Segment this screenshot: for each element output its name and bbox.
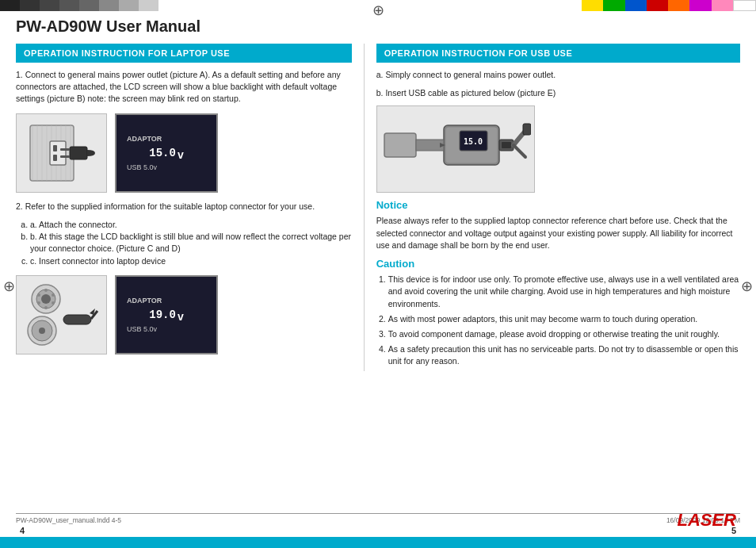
image-row-1: ADAPTOR 15.0 v USB 5.0v xyxy=(16,113,352,193)
power-plug-svg xyxy=(26,121,97,185)
lcd-usb-1: USB 5.0v xyxy=(127,163,157,171)
left-column: OPERATION INSTRUCTION FOR LAPTOP USE 1. … xyxy=(16,44,364,371)
step2-list: a. Attach the connector. b. At this stag… xyxy=(16,219,352,267)
usb-cable-image: 15.0 xyxy=(376,105,535,193)
color-swatch xyxy=(647,0,668,11)
logo-text: LASER xyxy=(677,510,736,531)
page-title: PW-AD90W User Manual xyxy=(16,17,740,36)
image-row-2: ADAPTOR 19.0 v USB 5.0v xyxy=(16,275,352,354)
svg-point-18 xyxy=(41,294,51,304)
lcd-usb-2: USB 5.0v xyxy=(127,325,157,333)
step2-intro: 2. Refer to the supplied information for… xyxy=(16,201,352,213)
color-swatch xyxy=(733,0,756,11)
lcd-display-2: ADAPTOR 19.0 v USB 5.0v xyxy=(115,275,218,354)
step1-text: 1. Connect to general mains power outlet… xyxy=(16,69,352,105)
svg-rect-28 xyxy=(63,315,91,324)
usb-step-b: b. Insert USB cable as pictured below (p… xyxy=(376,87,740,99)
color-swatch xyxy=(668,0,689,11)
footer: PW-AD90W_user_manual.Indd 4-5 16/09/2009… xyxy=(16,513,740,535)
caution-item-1: This device is for indoor use only. To p… xyxy=(388,274,740,310)
lcd-display-1: ADAPTOR 15.0 v USB 5.0v xyxy=(115,113,218,193)
svg-rect-15 xyxy=(60,155,70,158)
color-swatch xyxy=(99,0,119,11)
lcd-voltage-2: 19.0 xyxy=(149,305,176,325)
main-content: PW-AD90W User Manual OPERATION INSTRUCTI… xyxy=(16,14,740,534)
svg-point-21 xyxy=(52,301,55,305)
usb-cable-svg: 15.0 xyxy=(380,109,531,189)
connector-image xyxy=(16,275,107,354)
two-column-layout: OPERATION INSTRUCTION FOR LAPTOP USE 1. … xyxy=(16,44,740,371)
connector-svg xyxy=(22,279,101,351)
svg-point-19 xyxy=(44,289,48,292)
notice-text: Please always refer to the supplied lapt… xyxy=(376,215,740,251)
color-swatch xyxy=(20,0,40,11)
svg-rect-36 xyxy=(502,142,511,148)
right-color-block xyxy=(582,0,756,11)
left-color-block xyxy=(0,0,158,11)
svg-point-27 xyxy=(39,328,45,334)
caution-list: This device is for indoor use only. To p… xyxy=(376,274,740,368)
lcd-voltage-1: 15.0 xyxy=(149,143,176,163)
right-section-header: OPERATION INSTRUCTION FOR USB USE xyxy=(376,44,740,63)
color-swatch xyxy=(0,0,20,11)
color-swatch xyxy=(139,0,158,11)
step2a: a. Attach the connector. xyxy=(30,219,352,231)
svg-rect-39 xyxy=(416,140,444,151)
bottom-color-strip xyxy=(0,537,756,548)
right-column: OPERATION INSTRUCTION FOR USB USE a. Sim… xyxy=(364,44,740,371)
step2b: b. At this stage the LCD backlight is st… xyxy=(30,231,352,255)
power-plug-image xyxy=(16,113,107,193)
laser-logo: LASER xyxy=(677,510,736,531)
color-swatch xyxy=(79,0,99,11)
svg-point-24 xyxy=(37,293,40,297)
left-section-header: OPERATION INSTRUCTION FOR LAPTOP USE xyxy=(16,44,352,63)
svg-rect-13 xyxy=(70,147,87,159)
svg-rect-11 xyxy=(53,145,57,151)
svg-rect-38 xyxy=(384,133,416,157)
caution-item-4: As a safety precaution this unit has no … xyxy=(388,343,740,367)
color-swatch xyxy=(119,0,139,11)
color-swatch xyxy=(59,0,79,11)
color-swatch xyxy=(712,0,733,11)
svg-point-23 xyxy=(37,301,40,305)
svg-text:15.0: 15.0 xyxy=(464,137,483,146)
step2c: c. Insert connector into laptop device xyxy=(30,255,352,267)
lcd-adaptor-label-1: ADAPTOR xyxy=(127,135,162,143)
page-number-left: 4 xyxy=(20,526,25,535)
caution-item-2: As with most power adaptors, this unit m… xyxy=(388,313,740,325)
lcd-unit-1: v xyxy=(178,148,184,161)
lcd-unit-2: v xyxy=(178,310,184,323)
svg-point-20 xyxy=(52,293,55,297)
caution-item-3: To avoid component damage, please avoid … xyxy=(388,328,740,340)
color-swatch xyxy=(40,0,59,11)
color-swatch xyxy=(625,0,647,11)
color-swatch xyxy=(603,0,624,11)
svg-rect-12 xyxy=(53,155,57,161)
color-swatch xyxy=(582,0,603,11)
svg-rect-14 xyxy=(60,148,70,151)
page-numbers: 4 5 xyxy=(16,526,740,535)
svg-rect-37 xyxy=(523,124,531,135)
usb-step-a: a. Simply connect to general mains power… xyxy=(376,69,740,81)
lcd-adaptor-label-2: ADAPTOR xyxy=(127,297,162,305)
footer-filename: PW-AD90W_user_manual.Indd 4-5 xyxy=(16,516,121,524)
color-swatch xyxy=(689,0,711,11)
registration-mark-left: ⊕ xyxy=(3,278,15,295)
svg-point-22 xyxy=(44,306,48,309)
registration-mark-right: ⊕ xyxy=(741,278,753,295)
notice-heading: Notice xyxy=(376,199,740,211)
svg-rect-10 xyxy=(50,141,66,165)
caution-heading: Caution xyxy=(376,258,740,270)
